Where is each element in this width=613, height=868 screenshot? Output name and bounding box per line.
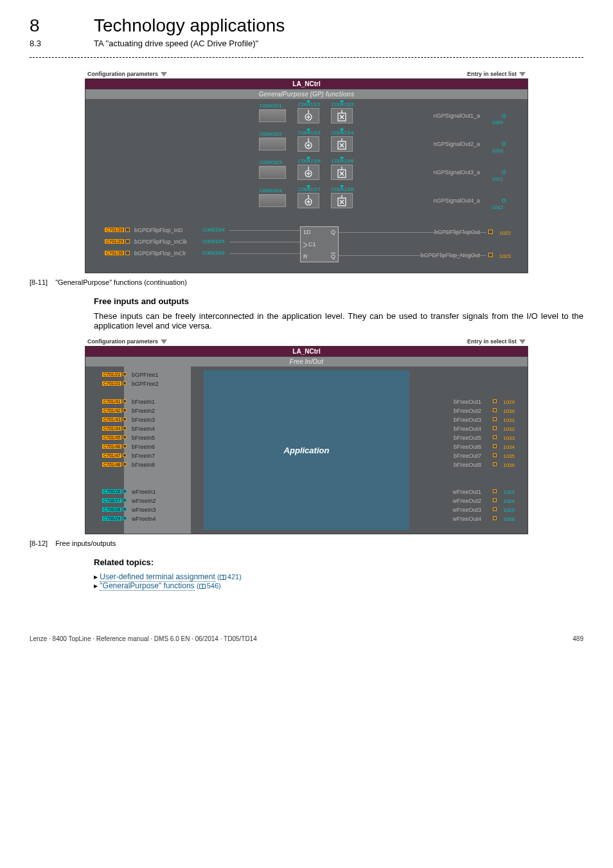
param-label: C00833/4 (202, 227, 225, 233)
diagram-subtitle: Free In/Out (85, 357, 528, 366)
free-output-row: bFreeOut41032 (454, 426, 481, 432)
port-code: C701/29 (105, 239, 124, 244)
output-port (502, 199, 506, 203)
output-port (493, 516, 497, 520)
related-link-item: "GeneralPurpose" functions (546) (94, 581, 583, 590)
input-port (125, 228, 130, 232)
diagram-gp-functions: Configuration parameters Entry in select… (85, 71, 528, 273)
input-port (123, 507, 127, 511)
input-label: bFreeIn6 (132, 444, 155, 450)
section-number: 8.3 (30, 39, 68, 48)
config-params-label: Configuration parameters (87, 338, 158, 345)
input-label: bFreeIn4 (132, 426, 155, 432)
diagram-header: Configuration parameters Entry in select… (85, 71, 528, 78)
output-port (493, 426, 497, 430)
free-output-row: bFreeOut81036 (454, 462, 481, 468)
input-label: bFreeIn7 (132, 453, 155, 459)
filter-block: C00410/3 (259, 166, 286, 179)
diagram-title: LA_NCtrl (85, 347, 528, 357)
port-code: C700/26 (102, 489, 121, 494)
arrow-down-icon (306, 185, 310, 188)
free-input-row: C700/26wFreeIn1 (132, 489, 156, 495)
book-icon (220, 575, 226, 580)
ff-pin-qbar: Q (331, 253, 335, 260)
input-label: bFreeIn2 (132, 408, 155, 414)
page-ref: (421) (217, 573, 242, 581)
output-label: bFreeOut4 (454, 426, 481, 432)
free-output-row: wFreeOut21024 (452, 498, 481, 504)
free-output-row: bFreeOut11029 (454, 399, 481, 405)
divider (30, 57, 583, 58)
input-port (123, 399, 127, 403)
arrow-down-icon (340, 185, 344, 188)
paragraph-free-io: These inputs can be freely interconnecte… (94, 311, 583, 330)
link-user-defined-terminal[interactable]: User-defined terminal assignment (100, 572, 215, 582)
free-output-row: bFreeOut31031 (454, 417, 481, 423)
free-input-row: C701/41bFreeIn1 (132, 399, 155, 405)
output-index: 1024 (503, 498, 515, 504)
free-input-row: C700/27wFreeIn2 (132, 498, 156, 504)
flipflop-box: 1D Q C1 R Q (300, 226, 339, 262)
free-output-row: wFreeOut31025 (452, 507, 481, 513)
filter-block: C00410/4 (259, 194, 286, 207)
page-ref: (546) (197, 582, 221, 590)
input-label: bFreeIn3 (132, 417, 155, 423)
output-port (493, 399, 497, 403)
output-port (493, 462, 497, 466)
port-code: C701/28 (105, 228, 124, 232)
free-output-row: bFreeOut21030 (454, 408, 481, 414)
port-code: C701/42 (102, 408, 121, 413)
output-index: 1023 (503, 489, 515, 495)
ff-pin-1d: 1D (303, 229, 311, 235)
output-port (493, 417, 497, 421)
related-link-item: User-defined terminal assignment (421) (94, 572, 583, 581)
port-code: C700/27 (102, 498, 121, 503)
output-label: bFreeOut6 (454, 444, 481, 450)
port-code: C701/21 (102, 372, 121, 377)
entry-select-list-label: Entry in select list (467, 71, 517, 77)
input-label: bGPDFlipFlop_InClk (134, 239, 187, 245)
gp-stage: C00410/4C00413/7C00413/8nGPSignalOut4_a1… (85, 186, 528, 215)
output-label: wFreeOut3 (452, 507, 481, 513)
multiplier-block: C00413/8 (331, 193, 353, 208)
port-code: C700/29 (102, 516, 121, 521)
arrow-down-icon (340, 129, 344, 132)
chapter-title: Technology applications (94, 15, 285, 36)
input-label: bGPFree2 (132, 381, 159, 387)
free-input-row: C701/43bFreeIn3 (132, 417, 155, 423)
output-port (493, 453, 497, 457)
input-port (125, 239, 130, 244)
output-index: 1033 (503, 435, 515, 441)
input-label: wFreeIn2 (132, 498, 156, 504)
output-port (502, 142, 506, 146)
arrow-down-icon (306, 157, 310, 160)
free-input-row: C701/45bFreeIn5 (132, 435, 155, 441)
caption-text: "GeneralPurpose" functions (continuation… (55, 278, 187, 286)
connector-line (339, 232, 486, 233)
output-port (488, 230, 493, 234)
input-label: bFreeIn1 (132, 399, 155, 405)
config-params-label: Configuration parameters (87, 71, 158, 77)
input-label: bGPDFlipFlop_InClr (134, 250, 186, 257)
link-general-purpose-functions[interactable]: "GeneralPurpose" functions (100, 581, 194, 591)
input-port (123, 489, 127, 493)
free-output-row: bFreeOut61034 (454, 444, 481, 450)
output-port (488, 253, 493, 257)
output-index: 1022 (499, 230, 511, 236)
output-index: 1011 (492, 176, 503, 182)
port-code: C701/43 (102, 417, 121, 422)
free-input-row: C701/21bGPFree1 (132, 372, 159, 378)
output-label: wFreeOut4 (452, 516, 481, 522)
arrow-down-icon (340, 100, 344, 104)
adder-block: C00413/3 (298, 136, 319, 152)
port-code: C701/48 (102, 462, 121, 467)
input-port (123, 372, 127, 376)
arrow-down-icon (519, 339, 526, 344)
free-output-row: bFreeOut71035 (454, 453, 481, 459)
diagram-subtitle: GeneralPurpose (GP) functions (85, 89, 528, 99)
port-code: C701/46 (102, 444, 121, 449)
footer-left: Lenze · 8400 TopLine · Reference manual … (30, 635, 257, 642)
entry-select-list-label: Entry in select list (467, 338, 517, 345)
output-label: nGPSignalOut1_a (433, 113, 480, 119)
output-port (502, 114, 506, 118)
